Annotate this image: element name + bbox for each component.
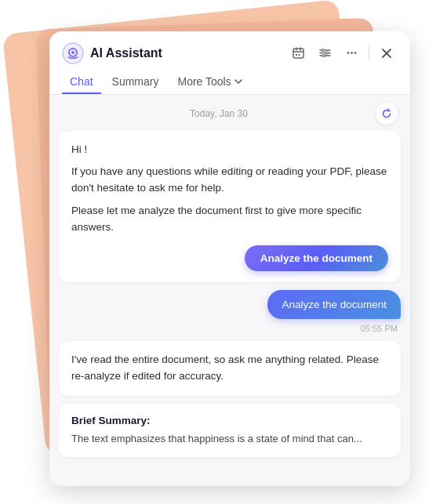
bot-analyzed-text: I've read the entire document, so ask me… — [71, 352, 388, 385]
calendar-icon-btn[interactable] — [287, 42, 309, 64]
tab-more-tools[interactable]: More Tools — [169, 71, 250, 94]
calendar-icon — [292, 46, 305, 60]
refresh-btn[interactable] — [376, 103, 398, 125]
header-icons — [287, 42, 398, 64]
svg-point-17 — [354, 52, 356, 54]
header: AI Assistant — [49, 31, 410, 64]
svg-point-2 — [71, 51, 74, 54]
bot-intro-card: Hi ! If you have any questions while edi… — [59, 131, 401, 283]
summary-text: The text emphasizes that happiness is a … — [71, 431, 388, 447]
user-bubble: Analyze the document — [267, 290, 401, 319]
analyze-btn-wrapper: Analyze the document — [71, 245, 388, 271]
svg-rect-3 — [293, 49, 303, 58]
close-icon — [381, 48, 392, 59]
tab-bar: Chat Summary More Tools — [49, 64, 410, 94]
message-timestamp: 05:55 PM — [361, 324, 398, 333]
svg-rect-7 — [296, 54, 297, 56]
svg-point-12 — [322, 49, 324, 52]
header-title: AI Assistant — [90, 46, 287, 60]
svg-point-15 — [347, 52, 349, 54]
ai-logo-icon — [62, 42, 84, 64]
tab-summary[interactable]: Summary — [104, 71, 167, 94]
svg-point-14 — [322, 55, 325, 57]
svg-point-16 — [351, 52, 353, 54]
refresh-icon — [381, 108, 392, 119]
summary-card: Brief Summary: The text emphasizes that … — [59, 404, 401, 458]
date-label: Today, Jan 30 — [62, 108, 376, 119]
svg-point-13 — [325, 52, 328, 54]
settings-icon — [318, 46, 332, 60]
bot-intro-text: Hi ! If you have any questions while edi… — [71, 142, 388, 237]
more-options-btn[interactable] — [340, 42, 362, 64]
bot-analyzed-card: I've read the entire document, so ask me… — [59, 341, 401, 396]
ai-assistant-window: AI Assistant — [49, 31, 410, 486]
analyze-document-btn-1[interactable]: Analyze the document — [245, 245, 388, 271]
timestamp-row: 05:55 PM — [49, 322, 410, 341]
ellipsis-icon — [345, 46, 358, 60]
settings-icon-btn[interactable] — [314, 42, 336, 64]
tab-chat[interactable]: Chat — [62, 71, 101, 94]
header-divider — [369, 46, 369, 60]
close-btn[interactable] — [376, 42, 398, 64]
summary-title: Brief Summary: — [71, 415, 388, 426]
date-bar: Today, Jan 30 — [49, 95, 410, 131]
chat-area[interactable]: Today, Jan 30 Hi ! If you have any quest… — [49, 95, 410, 486]
chevron-down-icon — [234, 77, 243, 86]
user-message-wrap: Analyze the document — [49, 290, 410, 322]
svg-rect-8 — [298, 54, 300, 56]
